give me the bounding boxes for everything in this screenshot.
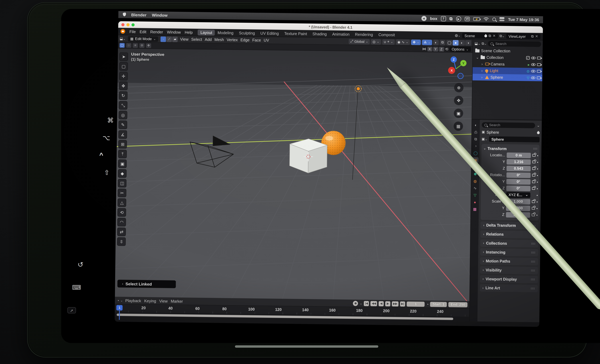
wireframe-shading-button[interactable]: ◯ bbox=[446, 40, 452, 45]
properties-tab[interactable]: ◍ bbox=[472, 178, 478, 184]
auto-key-button[interactable]: ◉ bbox=[353, 301, 358, 306]
animate-dot-icon[interactable]: • bbox=[536, 213, 538, 217]
timeline-menu-item[interactable]: View bbox=[159, 299, 168, 303]
lock-icon[interactable] bbox=[532, 154, 535, 157]
input-source-menu[interactable]: VI bbox=[465, 17, 470, 21]
vertex-select-button[interactable]: ∙ bbox=[160, 36, 166, 42]
location-icon[interactable]: ➤ bbox=[420, 15, 428, 22]
editor-type-button[interactable]: ⬓⌄ bbox=[120, 36, 126, 41]
drag-grip-icon[interactable]: ∷∷ bbox=[531, 251, 535, 254]
collection-checkbox[interactable]: ✓ bbox=[526, 56, 530, 60]
timeline-menu-item[interactable]: Marker bbox=[171, 299, 183, 303]
cursor-mini-button[interactable]: ✛ bbox=[146, 43, 151, 48]
subpanel-header[interactable]: › Collections ∷∷ bbox=[480, 239, 538, 247]
home-indicator[interactable] bbox=[235, 345, 378, 347]
outliner-row-scene-collection[interactable]: Scene Collection bbox=[473, 47, 543, 55]
calendar-icon[interactable]: 7 bbox=[441, 16, 446, 21]
viewport-menu-item[interactable]: Edge bbox=[241, 38, 250, 42]
pin-icon[interactable] bbox=[484, 34, 488, 38]
animate-dot-icon[interactable]: • bbox=[537, 153, 538, 157]
remove-viewlayer-icon[interactable]: ✕ bbox=[535, 34, 538, 38]
keyboard-button[interactable]: ⌨ bbox=[72, 284, 81, 291]
hide-eye-icon[interactable] bbox=[531, 70, 535, 73]
spotlight-search-icon[interactable] bbox=[493, 17, 496, 21]
frame-end-field[interactable]: End250 bbox=[448, 302, 468, 307]
stage-manager-icon[interactable]: ⧉ bbox=[450, 16, 452, 21]
properties-filter-button[interactable]: ⌄ bbox=[537, 124, 540, 128]
tool-button[interactable]: ↻ bbox=[119, 91, 127, 100]
prev-keyframe-button[interactable]: ◀◀ bbox=[371, 301, 377, 306]
value-field[interactable]: 0 m bbox=[507, 152, 531, 158]
edge-select-button[interactable]: ∕ bbox=[166, 36, 172, 42]
snap-rotate-icon[interactable]: ⟲ bbox=[445, 47, 448, 51]
operator-panel[interactable]: › Select Linked bbox=[117, 280, 176, 288]
animate-dot-icon[interactable]: • bbox=[536, 193, 538, 197]
value-field[interactable]: 0.543 bbox=[506, 165, 531, 171]
properties-search-input[interactable]: Search bbox=[482, 122, 535, 128]
proportional-edit-button[interactable]: ◉∿⌄ bbox=[396, 39, 410, 45]
command-key-button[interactable]: ⌘ bbox=[107, 117, 114, 125]
object-name-field[interactable]: Sphere bbox=[489, 136, 540, 142]
tool-button[interactable]: ✂ bbox=[118, 189, 126, 197]
lock-icon[interactable] bbox=[532, 200, 535, 203]
tool-button[interactable]: ✎ bbox=[119, 120, 127, 129]
scene-selector[interactable]: Scene ⧉ ✕ bbox=[462, 33, 498, 39]
topbar-menu-item[interactable]: Render bbox=[148, 29, 165, 35]
jump-to-end-button[interactable]: ▶| bbox=[400, 301, 405, 306]
delete-scene-icon[interactable]: ✕ bbox=[493, 34, 496, 38]
outliner-filter-button[interactable]: ⧉⌄ bbox=[482, 41, 487, 46]
viewport-menu-item[interactable]: Select bbox=[191, 37, 202, 42]
tool-button[interactable]: ◆ bbox=[118, 169, 127, 178]
outliner-row-camera[interactable]: › Camera ▸ bbox=[473, 61, 543, 68]
timeline-editor-type[interactable]: ◔⌄ bbox=[117, 298, 123, 302]
workspace-tab[interactable]: Shading bbox=[310, 31, 329, 37]
drag-grip-icon[interactable]: ∷∷ bbox=[531, 242, 535, 245]
lock-icon[interactable] bbox=[532, 187, 535, 190]
tool-button[interactable]: ⇄ bbox=[117, 228, 126, 236]
tool-button[interactable]: ⤒ bbox=[118, 150, 127, 158]
mirror-axis-button[interactable]: X bbox=[427, 46, 432, 51]
control-key-button[interactable]: ^ bbox=[99, 152, 103, 159]
pan-button[interactable]: ✥ bbox=[454, 96, 463, 105]
camera-view-button[interactable]: ▣ bbox=[454, 109, 463, 118]
animate-dot-icon[interactable]: • bbox=[537, 173, 538, 177]
drag-grip-icon[interactable]: ∷∷ bbox=[531, 287, 535, 290]
tool-button[interactable]: ⇳ bbox=[117, 237, 126, 246]
properties-tab[interactable]: ◔ bbox=[473, 143, 479, 149]
copy-scene-icon[interactable]: ⧉ bbox=[488, 34, 491, 38]
value-field[interactable]: XYZ E... bbox=[506, 192, 531, 198]
properties-tab[interactable]: ◯ bbox=[472, 150, 479, 156]
subpanel-header[interactable]: › Visibility ∷∷ bbox=[480, 266, 538, 274]
expand-icon[interactable]: ⌄ bbox=[476, 55, 479, 59]
undo-button[interactable]: ↺ bbox=[77, 260, 83, 269]
workspace-tab[interactable]: Texture Paint bbox=[281, 30, 310, 36]
subpanel-header[interactable]: › Motion Paths ∷∷ bbox=[480, 257, 538, 265]
ortho-toggle-button[interactable]: ▦ bbox=[454, 121, 463, 131]
drag-grip-icon[interactable]: ∷∷ bbox=[531, 260, 535, 263]
workspace-tab[interactable]: Layout bbox=[198, 29, 215, 35]
tool-button[interactable]: ◠ bbox=[117, 218, 126, 226]
properties-tab[interactable]: ▩ bbox=[472, 206, 478, 212]
lock-icon[interactable] bbox=[532, 161, 535, 163]
select-paint-mini-button[interactable]: ⟐ bbox=[140, 43, 145, 48]
animate-dot-icon[interactable]: • bbox=[537, 180, 538, 184]
mirror-axis-button[interactable]: Y bbox=[433, 46, 438, 51]
viewlayer-selector[interactable]: ViewLayer ⧉ ✕ bbox=[506, 33, 541, 39]
hide-eye-icon[interactable] bbox=[531, 63, 535, 66]
workspace-tab[interactable]: Sculpting bbox=[236, 30, 258, 36]
tool-button[interactable]: ✥ bbox=[119, 82, 128, 90]
workspace-tab[interactable]: Animation bbox=[329, 31, 352, 37]
xray-toggle-button[interactable]: ◐ bbox=[433, 40, 439, 45]
animate-dot-icon[interactable]: • bbox=[537, 187, 538, 190]
topbar-menu-item[interactable]: File bbox=[127, 28, 138, 34]
animate-dot-icon[interactable]: • bbox=[536, 206, 538, 210]
frame-start-field[interactable]: Start1 bbox=[430, 302, 447, 307]
pointer-button[interactable]: ➚ bbox=[67, 307, 76, 313]
select-lasso-mini-button[interactable]: ⌗ bbox=[133, 43, 138, 48]
subpanel-header[interactable]: › Line Art ∷∷ bbox=[480, 284, 538, 292]
option-key-button[interactable]: ⌥ bbox=[103, 134, 110, 142]
select-circle-mini-button[interactable]: ◌ bbox=[126, 43, 131, 48]
animate-dot-icon[interactable]: • bbox=[536, 200, 538, 204]
viewport-menu-item[interactable]: View bbox=[180, 37, 188, 42]
tool-button[interactable]: ▢ bbox=[119, 62, 128, 71]
